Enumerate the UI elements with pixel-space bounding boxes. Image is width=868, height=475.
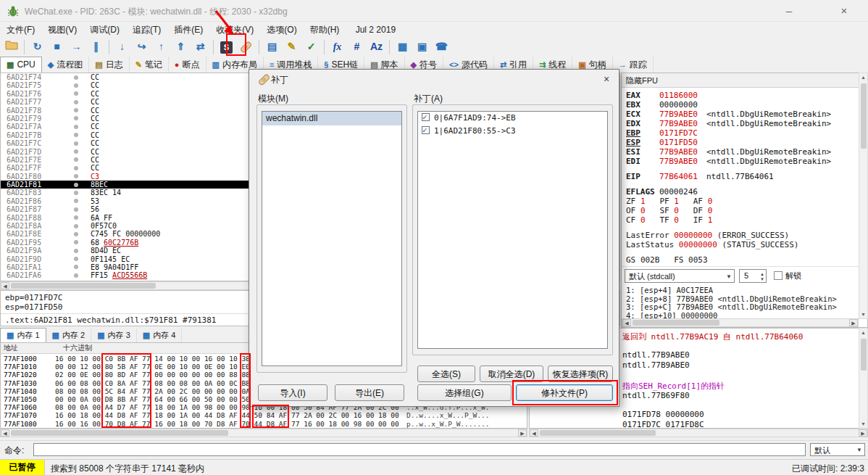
- trace-fx-button[interactable]: fx: [328, 38, 346, 56]
- scroll-down-icon[interactable]: ▼: [859, 420, 867, 428]
- step-into-button[interactable]: ↓: [113, 38, 131, 56]
- select-all-button[interactable]: 全选(S): [417, 365, 475, 382]
- breakpoint-dot[interactable]: [74, 265, 78, 269]
- scrollbar-thumb[interactable]: [11, 430, 228, 436]
- patch-file-button[interactable]: 修补文件(P): [516, 384, 613, 401]
- argument-count-spinner[interactable]: 5▲▼: [739, 269, 767, 283]
- tab-cpu[interactable]: ▦CPU: [0, 57, 42, 73]
- scrollbar-thumb[interactable]: [11, 283, 156, 289]
- menu-item[interactable]: 视图(V): [41, 22, 83, 38]
- memory-tab[interactable]: ▦内存 3: [91, 329, 137, 343]
- menu-item[interactable]: 追踪(T): [126, 22, 167, 38]
- menu-item[interactable]: 选项(O): [260, 22, 303, 38]
- command-input[interactable]: [33, 443, 806, 456]
- stack-fragment[interactable]: 返回到 ntdll.77B9AC19 自 ntdll.77B64060: [622, 331, 803, 342]
- patch-checkbox[interactable]: ✓: [422, 126, 430, 134]
- breakpoint-dot[interactable]: [74, 157, 78, 162]
- import-button[interactable]: 导入(I): [258, 384, 327, 401]
- status-register-row[interactable]: LastError 00000000 (ERROR_SUCCESS): [626, 231, 865, 240]
- scrollbar-thumb[interactable]: [861, 339, 867, 371]
- breakpoint-dot[interactable]: [74, 240, 78, 244]
- menu-item[interactable]: 调试(D): [83, 22, 126, 38]
- memory-tab[interactable]: ▦内存 2: [46, 329, 92, 343]
- memory-tab[interactable]: ▦内存 1: [0, 328, 46, 342]
- register-row[interactable]: EBX00000000: [626, 100, 865, 110]
- segment-row[interactable]: GS 002B FS 0053: [626, 255, 865, 265]
- breakpoint-dot[interactable]: [74, 224, 78, 228]
- calculator-button[interactable]: ▣: [413, 38, 431, 56]
- disasm-address-link[interactable]: ACD5566B: [112, 271, 147, 279]
- menu-item[interactable]: 插件(E): [167, 22, 209, 38]
- dialog-close-icon[interactable]: ×: [600, 73, 613, 85]
- breakpoint-dot[interactable]: [74, 174, 78, 178]
- tab-notes[interactable]: ✎笔记: [130, 57, 169, 73]
- module-list-item[interactable]: wechatwin.dll: [262, 112, 401, 125]
- scroll-right-icon[interactable]: ▶: [849, 319, 858, 326]
- stack-fragment[interactable]: 指向SEH_Record[1]的指针: [622, 381, 725, 392]
- register-row[interactable]: EIP77B64061ntdll.77B64061: [626, 172, 865, 181]
- compare-button[interactable]: ✓: [302, 38, 320, 56]
- register-row[interactable]: EFLAGS00000246: [626, 187, 865, 197]
- scroll-down-icon[interactable]: ▼: [859, 310, 867, 318]
- pause-button[interactable]: ∥: [87, 38, 105, 56]
- execute-till-return-button[interactable]: ↑: [152, 38, 170, 56]
- open-file-button[interactable]: [2, 38, 20, 56]
- flags-row[interactable]: ZF 1 PF 1 AF 0: [626, 197, 865, 206]
- menu-item[interactable]: 文件(F): [0, 22, 41, 38]
- tab-log[interactable]: ▤日志: [89, 57, 129, 73]
- register-row[interactable]: EDI77B9ABE0<ntdll.DbgUiRemoteBreakin>: [626, 157, 865, 166]
- breakpoint-dot[interactable]: [74, 100, 78, 104]
- spin-up-icon[interactable]: ▲: [760, 272, 764, 276]
- register-row[interactable]: ESI77B9ABE0<ntdll.DbgUiRemoteBreakin>: [626, 147, 865, 157]
- stack-hscrollbar[interactable]: ◀ ▶: [529, 429, 868, 437]
- breakpoint-dot[interactable]: [74, 91, 78, 96]
- scroll-left-icon[interactable]: ◀: [530, 429, 538, 437]
- scroll-up-icon[interactable]: ▲: [859, 329, 867, 336]
- hide-fpu-button[interactable]: 隐藏FPU: [622, 73, 859, 88]
- patch-dialog-titlebar[interactable]: 补丁 ×: [249, 70, 619, 88]
- phone-button[interactable]: ☎: [433, 38, 451, 56]
- register-row[interactable]: ESP0171FD50: [626, 138, 865, 147]
- flags-row[interactable]: CF 0 TF 0 IF 1: [626, 215, 865, 225]
- stop-debugging-button[interactable]: ■: [48, 38, 66, 56]
- scroll-left-icon[interactable]: ◀: [1, 429, 9, 437]
- patch-checkbox[interactable]: ✓: [422, 113, 430, 121]
- dump-row[interactable]: 77AF108016 00 16 00 70 D8 AF 77 16 00 18…: [1, 420, 527, 428]
- favourites-button[interactable]: ▤: [263, 38, 281, 56]
- animate-into-button[interactable]: ⇄: [191, 38, 209, 56]
- restore-selection-button[interactable]: 恢复选择项(R): [548, 365, 613, 382]
- argument-row[interactable]: 1: [esp+4] A0C17EEA: [626, 286, 837, 295]
- patch-list-item[interactable]: ✓0|6A7F1AD9:74->EB: [418, 112, 607, 125]
- breakpoint-dot[interactable]: [74, 133, 78, 137]
- tab-graph[interactable]: ◆流程图: [42, 57, 89, 73]
- deselect-all-button[interactable]: 取消全选(D): [480, 365, 543, 382]
- patch-button[interactable]: [237, 38, 255, 56]
- stack-fragment[interactable]: ntdll.77B9ABE0: [622, 360, 690, 370]
- breakpoint-dot[interactable]: [74, 75, 78, 80]
- breakpoint-dot[interactable]: [74, 149, 78, 154]
- scrollbar-thumb[interactable]: [861, 83, 867, 149]
- breakpoint-dot[interactable]: [74, 108, 78, 112]
- breakpoint-dot[interactable]: [74, 125, 78, 129]
- stack-fragment[interactable]: ntdll.77B69F80: [622, 391, 690, 400]
- status-register-row[interactable]: LastStatus 00000000 (STATUS_SUCCESS): [626, 240, 865, 249]
- close-button[interactable]: ×: [827, 0, 861, 22]
- register-row[interactable]: EAX01186000: [626, 91, 865, 100]
- scylla-button[interactable]: S: [217, 38, 235, 56]
- breakpoint-dot[interactable]: [74, 166, 78, 170]
- breakpoint-dot[interactable]: [74, 141, 78, 146]
- export-button[interactable]: 导出(E): [335, 384, 404, 401]
- breakpoint-dot[interactable]: [74, 257, 78, 261]
- breakpoint-dot[interactable]: [74, 232, 78, 236]
- calling-convention-select[interactable]: 默认 (stdcall)▼: [625, 269, 735, 283]
- notes-button[interactable]: ✎: [283, 38, 301, 56]
- menu-item[interactable]: 收藏夹(V): [209, 22, 260, 38]
- string-references-button[interactable]: Az: [367, 38, 385, 56]
- stack-fragment[interactable]: ntdll.77B9ABE0: [622, 350, 690, 360]
- breakpoint-dot[interactable]: [74, 215, 78, 220]
- stack-fragment[interactable]: 0171FD7C 0171FD8C: [622, 420, 704, 429]
- argument-row[interactable]: 3: [esp+C] 77B9ABE0 <ntdll.DbgUiRemoteBr…: [626, 303, 837, 312]
- breakpoint-dot[interactable]: [74, 199, 78, 203]
- dump-row[interactable]: 77AF107016 00 18 00 44 D8 AF 77 18 00 1A…: [1, 411, 527, 419]
- graph-button[interactable]: ▦: [393, 38, 412, 56]
